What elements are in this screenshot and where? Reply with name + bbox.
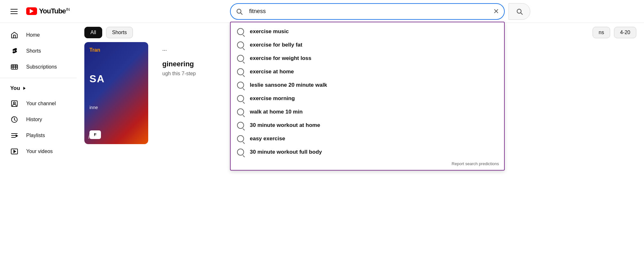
autocomplete-search-icon <box>237 68 244 75</box>
svg-marker-11 <box>16 135 18 137</box>
autocomplete-item[interactable]: easy exercise <box>231 132 504 145</box>
autocomplete-item[interactable]: exercise for weight loss <box>231 52 504 65</box>
home-icon <box>10 31 19 39</box>
autocomplete-dropdown: exercise music exercise for belly fat ex… <box>230 22 505 171</box>
video-thumbnail[interactable]: Tran SA inne F isha <box>84 42 148 144</box>
svg-line-1 <box>241 13 242 14</box>
autocomplete-item[interactable]: exercise for belly fat <box>231 38 504 52</box>
autocomplete-item[interactable]: exercise morning <box>231 92 504 105</box>
svg-point-6 <box>13 102 15 104</box>
autocomplete-text: 30 minute workout full body <box>250 149 322 155</box>
thumbnail-orange-text: Tran <box>89 47 143 53</box>
sidebar-label: Home <box>26 32 40 38</box>
autocomplete-item[interactable]: leslie sansone 20 minute walk <box>231 78 504 92</box>
sidebar: Home Shorts Subscriptions You <box>0 23 77 264</box>
search-submit-button[interactable] <box>509 3 530 20</box>
youtube-play-icon <box>26 7 37 15</box>
svg-line-3 <box>521 13 522 14</box>
report-predictions[interactable]: Report search predictions <box>231 159 504 167</box>
autocomplete-text: exercise morning <box>250 95 295 102</box>
autocomplete-text: walk at home 10 min <box>250 109 303 115</box>
sidebar-label: Subscriptions <box>26 64 57 70</box>
autocomplete-search-icon <box>237 108 244 115</box>
sidebar-item-home[interactable]: Home <box>3 27 74 43</box>
autocomplete-text: exercise for weight loss <box>250 55 311 62</box>
autocomplete-search-icon <box>237 55 244 62</box>
sidebar-item-subscriptions[interactable]: Subscriptions <box>3 59 74 75</box>
autocomplete-text: exercise at home <box>250 69 294 75</box>
sidebar-you-section[interactable]: You <box>0 81 77 95</box>
youtube-logo[interactable]: YouTubeIN <box>26 7 70 15</box>
autocomplete-search-icon <box>237 149 244 156</box>
your-videos-icon <box>10 147 19 156</box>
autocomplete-text: exercise for belly fat <box>250 42 302 48</box>
video-card: Tran SA inne F isha <box>84 42 148 264</box>
subscriptions-icon <box>10 63 19 71</box>
header-left: YouTubeIN <box>8 5 116 18</box>
sidebar-label: History <box>26 117 42 122</box>
autocomplete-text: exercise music <box>250 28 289 35</box>
partial-filter-text: ... <box>162 46 167 52</box>
chevron-right-icon <box>23 87 26 90</box>
sidebar-label: Shorts <box>26 48 41 54</box>
autocomplete-search-icon <box>237 122 244 129</box>
search-bar: ✕ <box>230 3 505 20</box>
hamburger-button[interactable] <box>8 5 20 18</box>
autocomplete-text: easy exercise <box>250 136 285 142</box>
filter-chip-partial1[interactable]: ns <box>593 27 610 38</box>
autocomplete-item[interactable]: 30 minute workout full body <box>231 145 504 159</box>
thumbnail-white-small: inne <box>89 105 143 110</box>
header-center: ✕ exercise music exercise for belly fat … <box>124 3 636 20</box>
autocomplete-item[interactable]: 30 minute workout at home <box>231 119 504 132</box>
shorts-icon <box>10 47 19 55</box>
hamburger-line <box>11 11 18 12</box>
autocomplete-search-icon <box>237 95 244 102</box>
country-code: IN <box>66 7 70 12</box>
autocomplete-item[interactable]: walk at home 10 min <box>231 105 504 119</box>
svg-marker-13 <box>14 150 16 153</box>
hamburger-line <box>11 9 18 10</box>
search-input[interactable] <box>248 8 488 15</box>
autocomplete-search-icon <box>237 41 244 48</box>
youtube-wordmark: YouTubeIN <box>39 7 70 15</box>
search-container: ✕ exercise music exercise for belly fat … <box>230 3 505 20</box>
header: YouTubeIN ✕ exercise mu <box>0 0 644 23</box>
autocomplete-text: leslie sansone 20 minute walk <box>250 82 327 88</box>
autocomplete-search-icon <box>237 28 244 35</box>
clear-button[interactable]: ✕ <box>488 7 504 16</box>
sidebar-item-history[interactable]: History <box>3 112 74 127</box>
autocomplete-search-icon <box>237 135 244 142</box>
autocomplete-search-icon <box>237 82 244 89</box>
playlists-icon <box>10 131 19 140</box>
sidebar-item-playlists[interactable]: Playlists <box>3 128 74 143</box>
you-label: You <box>10 85 20 92</box>
autocomplete-text: 30 minute workout at home <box>250 122 320 128</box>
sidebar-label: Your videos <box>26 149 53 154</box>
sidebar-label: Your channel <box>26 101 56 106</box>
search-icon-left <box>231 8 248 15</box>
history-icon <box>10 115 19 124</box>
autocomplete-item[interactable]: exercise at home <box>231 65 504 78</box>
filter-chip-shorts[interactable]: Shorts <box>106 27 133 38</box>
sidebar-label: Playlists <box>26 133 45 138</box>
sidebar-item-your-channel[interactable]: Your channel <box>3 96 74 111</box>
sidebar-divider <box>0 78 77 78</box>
hamburger-line <box>11 13 18 14</box>
sidebar-item-shorts[interactable]: Shorts <box>3 43 74 59</box>
autocomplete-item[interactable]: exercise music <box>231 25 504 38</box>
channel-icon <box>10 99 19 108</box>
filter-chip-all[interactable]: All <box>84 27 102 38</box>
thumbnail-white-big: SA <box>89 73 143 85</box>
thumbnail-watermark: isha <box>88 134 99 140</box>
sidebar-item-your-videos[interactable]: Your videos <box>3 144 74 159</box>
filter-chip-partial2[interactable]: 4-20 <box>614 27 636 38</box>
